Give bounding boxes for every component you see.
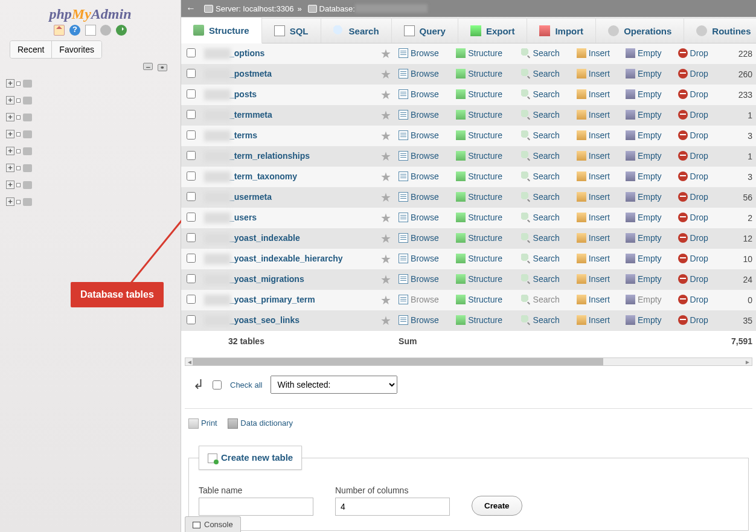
table-empty-link[interactable]: Empty	[626, 295, 662, 304]
tab-export[interactable]: Export	[458, 17, 528, 43]
favorite-star-icon[interactable]: ★	[380, 273, 391, 286]
row-checkbox[interactable]	[187, 315, 196, 324]
table-structure-link[interactable]: Structure	[456, 69, 502, 79]
table-name-link[interactable]: _yoast_migrations	[200, 269, 377, 290]
settings-icon[interactable]	[100, 25, 111, 36]
row-checkbox[interactable]	[187, 274, 196, 283]
table-drop-link[interactable]: Drop	[678, 89, 708, 99]
table-empty-link[interactable]: Empty	[626, 213, 662, 222]
table-drop-link[interactable]: Drop	[678, 213, 708, 222]
table-browse-link[interactable]: Browse	[399, 48, 439, 58]
favorite-star-icon[interactable]: ★	[380, 129, 391, 143]
table-insert-link[interactable]: Insert	[577, 151, 610, 161]
tab-import[interactable]: Import	[527, 17, 596, 43]
favorites-tab[interactable]: Favorites	[51, 41, 101, 58]
table-browse-link[interactable]: Browse	[399, 213, 439, 222]
table-empty-link[interactable]: Empty	[626, 130, 662, 140]
table-name-link[interactable]: _termmeta	[200, 105, 377, 126]
link-icon[interactable]: ⚭	[158, 64, 167, 71]
with-selected-dropdown[interactable]: With selected:	[271, 376, 397, 394]
row-checkbox[interactable]	[187, 151, 196, 160]
row-checkbox[interactable]	[187, 48, 196, 57]
table-name-link[interactable]: _terms	[200, 126, 377, 146]
favorite-star-icon[interactable]: ★	[380, 68, 391, 81]
table-empty-link[interactable]: Empty	[626, 48, 662, 58]
table-browse-link[interactable]: Browse	[399, 110, 439, 120]
table-drop-link[interactable]: Drop	[678, 254, 708, 263]
tree-node[interactable]: +	[6, 176, 181, 193]
table-drop-link[interactable]: Drop	[678, 315, 708, 325]
tree-node[interactable]: +	[6, 193, 181, 210]
table-drop-link[interactable]: Drop	[678, 233, 708, 243]
row-checkbox[interactable]	[187, 130, 196, 139]
favorite-star-icon[interactable]: ★	[380, 47, 391, 60]
tab-search[interactable]: Search	[321, 17, 392, 43]
table-name-link[interactable]: _term_relationships	[200, 146, 377, 167]
table-browse-link[interactable]: Browse	[399, 192, 439, 202]
table-empty-link[interactable]: Empty	[626, 192, 662, 202]
table-structure-link[interactable]: Structure	[456, 233, 502, 243]
table-insert-link[interactable]: Insert	[577, 254, 610, 263]
table-empty-link[interactable]: Empty	[626, 110, 662, 120]
tree-node[interactable]: +	[6, 109, 181, 126]
table-drop-link[interactable]: Drop	[678, 295, 708, 304]
tab-structure[interactable]: Structure	[181, 17, 262, 43]
table-structure-link[interactable]: Structure	[456, 213, 502, 222]
table-insert-link[interactable]: Insert	[577, 171, 610, 181]
favorite-star-icon[interactable]: ★	[380, 150, 391, 163]
table-drop-link[interactable]: Drop	[678, 151, 708, 161]
table-drop-link[interactable]: Drop	[678, 274, 708, 284]
table-browse-link[interactable]: Browse	[399, 151, 439, 161]
table-drop-link[interactable]: Drop	[678, 171, 708, 181]
table-search-link[interactable]: Search	[521, 213, 560, 222]
table-browse-link[interactable]: Browse	[399, 130, 439, 140]
table-empty-link[interactable]: Empty	[626, 254, 662, 263]
favorite-star-icon[interactable]: ★	[380, 88, 391, 101]
table-name-link[interactable]: _yoast_seo_links	[200, 310, 377, 331]
favorite-star-icon[interactable]: ★	[380, 314, 391, 327]
table-drop-link[interactable]: Drop	[678, 69, 708, 79]
table-browse-link[interactable]: Browse	[399, 69, 439, 79]
table-search-link[interactable]: Search	[521, 171, 560, 181]
table-structure-link[interactable]: Structure	[456, 48, 502, 58]
tab-query[interactable]: Query	[392, 17, 458, 43]
horizontal-scrollbar[interactable]: ◄►	[185, 357, 752, 366]
table-search-link[interactable]: Search	[521, 151, 560, 161]
row-checkbox[interactable]	[187, 110, 196, 119]
table-structure-link[interactable]: Structure	[456, 315, 502, 325]
table-insert-link[interactable]: Insert	[577, 315, 610, 325]
table-name-link[interactable]: _usermeta	[200, 187, 377, 208]
table-insert-link[interactable]: Insert	[577, 110, 610, 120]
docs-icon[interactable]	[85, 25, 96, 36]
table-browse-link[interactable]: Browse	[399, 89, 439, 99]
table-search-link[interactable]: Search	[521, 110, 560, 120]
table-insert-link[interactable]: Insert	[577, 233, 610, 243]
table-insert-link[interactable]: Insert	[577, 192, 610, 202]
tree-node[interactable]: +	[6, 75, 181, 92]
home-icon[interactable]	[54, 25, 65, 36]
table-search-link[interactable]: Search	[521, 233, 560, 243]
table-search-link[interactable]: Search	[521, 89, 560, 99]
table-empty-link[interactable]: Empty	[626, 233, 662, 243]
row-checkbox[interactable]	[187, 69, 196, 78]
table-name-link[interactable]: _users	[200, 208, 377, 228]
table-insert-link[interactable]: Insert	[577, 48, 610, 58]
favorite-star-icon[interactable]: ★	[380, 252, 391, 266]
check-all-checkbox[interactable]	[213, 380, 222, 389]
table-structure-link[interactable]: Structure	[456, 130, 502, 140]
table-browse-link[interactable]: Browse	[399, 233, 439, 243]
table-structure-link[interactable]: Structure	[456, 274, 502, 284]
columns-count-input[interactable]	[335, 498, 450, 516]
help-icon[interactable]: ?	[69, 25, 80, 36]
tree-node[interactable]: +	[6, 126, 181, 143]
table-insert-link[interactable]: Insert	[577, 213, 610, 222]
row-checkbox[interactable]	[187, 295, 196, 304]
table-empty-link[interactable]: Empty	[626, 69, 662, 79]
tree-node[interactable]: +	[6, 92, 181, 109]
table-search-link[interactable]: Search	[521, 192, 560, 202]
create-button[interactable]: Create	[472, 496, 522, 516]
row-checkbox[interactable]	[187, 89, 196, 98]
table-empty-link[interactable]: Empty	[626, 274, 662, 284]
table-name-link[interactable]: _yoast_indexable_hierarchy	[200, 249, 377, 269]
favorite-star-icon[interactable]: ★	[380, 170, 391, 184]
